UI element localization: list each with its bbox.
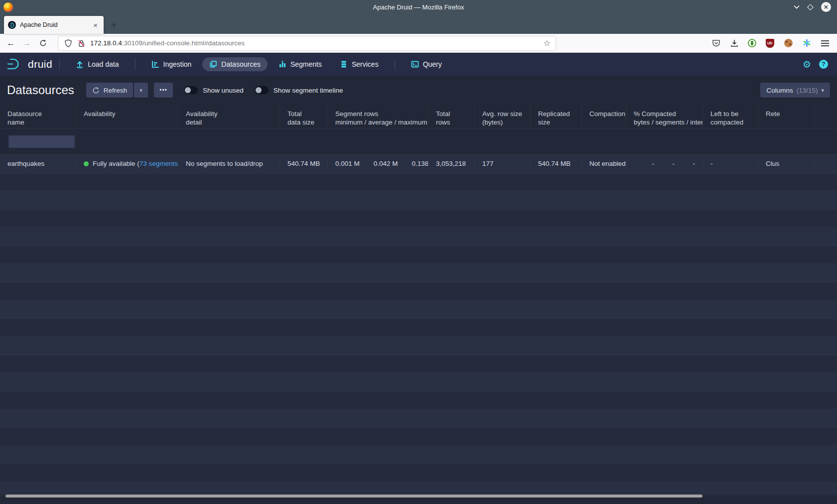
refresh-button[interactable]: Refresh [86, 83, 133, 98]
browser-toolbar: ← → 172.18.0.4:30109/unified-console.htm… [0, 34, 837, 53]
settings-gear-icon[interactable]: ⚙ [803, 60, 811, 69]
datasource-name-filter-input[interactable] [8, 135, 75, 148]
bookmark-star-icon[interactable]: ☆ [544, 38, 551, 48]
nav-item-segments[interactable]: Segments [272, 57, 329, 71]
forward-button: → [19, 38, 35, 48]
table-row-empty [0, 464, 837, 483]
segments-link[interactable]: 73 segments [140, 160, 178, 167]
col-header-left-to-be-compacted[interactable]: Left to becompacted [703, 105, 758, 128]
tracking-shield-icon[interactable] [63, 38, 73, 48]
col-header-avg-row-size[interactable]: Avg. row size(bytes) [475, 105, 531, 128]
back-button[interactable]: ← [3, 38, 19, 48]
tab-close-icon[interactable]: × [91, 21, 100, 29]
cell-total-data-size: 540.74 MB [280, 160, 328, 167]
druid-brand[interactable]: druid [6, 57, 52, 71]
columns-count: (13/15) [797, 87, 818, 94]
url-bar[interactable]: 172.18.0.4:30109/unified-console.html#da… [58, 36, 556, 51]
table-row-empty [0, 300, 837, 319]
col-header-availability[interactable]: Availability [76, 105, 178, 128]
reload-button[interactable] [35, 39, 51, 47]
table-row-empty [0, 428, 837, 446]
show-timeline-label: Show segment timeline [274, 87, 343, 94]
col-header-datasource-name[interactable]: Datasourcename [0, 105, 76, 128]
nav-item-services[interactable]: Services [333, 57, 386, 71]
caret-down-icon: ▾ [821, 87, 824, 94]
hamburger-menu-icon[interactable] [820, 38, 830, 48]
cell-datasource-name[interactable]: earthquakes [0, 160, 76, 167]
window-maximize-icon[interactable] [807, 4, 814, 10]
table-row-empty [0, 482, 837, 495]
nav-divider [135, 59, 136, 70]
druid-brand-text: druid [28, 58, 52, 70]
show-segment-timeline-toggle[interactable] [255, 86, 269, 94]
help-icon[interactable]: ? [819, 60, 828, 69]
druid-favicon-icon [8, 21, 16, 29]
show-unused-toggle-group: Show unused [184, 86, 244, 94]
druid-nav-bar: druid Load data Ingestion Datasources Se… [0, 53, 837, 76]
new-tab-button[interactable]: + [104, 19, 124, 34]
table-row-empty [0, 373, 837, 391]
table-row-empty [0, 391, 837, 410]
cell-left-to-be-compacted: - [703, 160, 758, 167]
nav-item-datasources[interactable]: Datasources [202, 57, 268, 71]
col-header-availability-detail[interactable]: Availabilitydetail [178, 105, 280, 128]
table-body: earthquakes Fully available (73 segments… [0, 155, 837, 495]
col-header-spacer [815, 105, 837, 128]
col-header-segment-rows[interactable]: Segment rowsminimum / average / maximum [328, 105, 428, 128]
window-close-icon[interactable]: × [821, 2, 831, 12]
extension-green-icon[interactable] [748, 39, 756, 47]
tab-title: Apache Druid [20, 21, 91, 28]
nav-item-label: Ingestion [163, 60, 192, 68]
nav-item-query[interactable]: Query [404, 57, 449, 71]
columns-button[interactable]: Columns (13/15) ▾ [760, 83, 830, 98]
table-row-empty [0, 409, 837, 428]
col-header-total-data-size[interactable]: Totaldata size [280, 105, 328, 128]
cell-replicated-size: 540.74 MB [531, 160, 582, 167]
asterisk-extension-icon[interactable] [802, 38, 812, 48]
nav-item-label: Datasources [221, 60, 261, 68]
nav-item-ingestion[interactable]: Ingestion [144, 57, 199, 71]
cell-availability-detail: No segments to load/drop [178, 160, 280, 167]
more-icon: ••• [159, 87, 167, 94]
table-row-empty [0, 264, 837, 282]
url-host: 172.18.0.4 [90, 39, 122, 47]
horizontal-scrollbar-thumb[interactable] [5, 495, 702, 498]
insecure-lock-icon[interactable] [76, 38, 86, 48]
nav-divider [395, 59, 395, 70]
more-actions-button[interactable]: ••• [154, 83, 173, 98]
refresh-label: Refresh [104, 87, 127, 94]
url-text: 172.18.0.4:30109/unified-console.html#da… [90, 39, 544, 47]
cell-availability: Fully available (73 segments) [76, 160, 178, 167]
col-header-total-rows[interactable]: Totalrows [428, 105, 475, 128]
druid-logo-icon [6, 57, 24, 71]
table-filter-row [0, 128, 837, 155]
table-row-empty [0, 446, 837, 464]
col-header-replicated-size[interactable]: Replicatedsize [531, 105, 582, 128]
table-row-empty [0, 355, 837, 374]
segments-icon [279, 60, 286, 68]
services-icon [340, 60, 348, 68]
ublock-extension-icon[interactable]: UD [765, 38, 775, 48]
datasource-row-earthquakes[interactable]: earthquakes Fully available (73 segments… [0, 155, 837, 173]
nav-item-label: Services [352, 60, 379, 68]
table-header-row: Datasourcename Availability Availability… [0, 105, 837, 128]
availability-text: Fully available (73 segments) [93, 160, 178, 167]
col-header-compaction[interactable]: Compaction [582, 105, 626, 128]
pocket-icon[interactable] [711, 38, 721, 48]
downloads-icon[interactable] [729, 38, 739, 48]
cell-total-rows: 3,053,218 [428, 160, 475, 167]
browser-tab[interactable]: Apache Druid × [4, 16, 104, 34]
cookie-extension-icon[interactable] [783, 38, 793, 48]
page-header: Datasources Refresh ▾ ••• Show unused Sh… [0, 76, 837, 105]
ingestion-icon [151, 60, 159, 68]
col-header-percent-compacted[interactable]: % Compactedbytes / segments / intervals [626, 105, 703, 128]
cell-percent-compacted: --- [626, 160, 703, 167]
browser-tab-bar: Apache Druid × + [0, 14, 837, 34]
nav-item-load-data[interactable]: Load data [69, 57, 126, 71]
columns-label: Columns [766, 87, 793, 94]
show-unused-toggle[interactable] [184, 86, 198, 94]
table-row-empty [0, 210, 837, 228]
window-minimize-icon[interactable] [794, 5, 800, 9]
refresh-dropdown-button[interactable]: ▾ [134, 83, 148, 98]
col-header-retention[interactable]: Rete [758, 105, 815, 128]
